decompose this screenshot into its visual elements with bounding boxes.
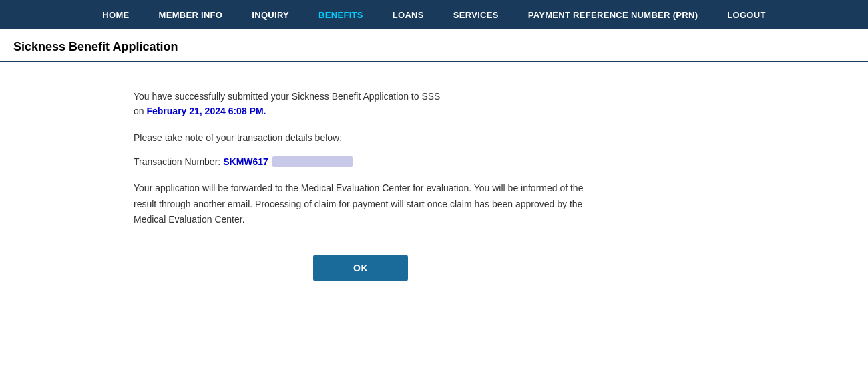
nav-benefits[interactable]: BENEFITS: [304, 0, 378, 29]
nav-logout[interactable]: LOGOUT: [712, 0, 780, 29]
transaction-number: SKMW617: [223, 156, 268, 167]
note-message: Please take note of your transaction det…: [134, 132, 588, 143]
page-title: Sickness Benefit Application: [13, 40, 855, 54]
info-message: Your application will be forwarded to th…: [134, 180, 588, 228]
button-section: OK: [134, 255, 588, 281]
nav-services[interactable]: SERVICES: [439, 0, 513, 29]
main-navigation: HOME MEMBER INFO INQUIRY BENEFITS LOANS …: [0, 0, 868, 29]
page-title-section: Sickness Benefit Application: [0, 29, 868, 62]
nav-prn[interactable]: PAYMENT REFERENCE NUMBER (PRN): [513, 0, 713, 29]
nav-inquiry[interactable]: INQUIRY: [237, 0, 304, 29]
transaction-redacted-portion: [272, 156, 353, 167]
nav-member-info[interactable]: MEMBER INFO: [144, 0, 238, 29]
transaction-label: Transaction Number:: [134, 156, 220, 167]
success-text-line1: You have successfully submitted your Sic…: [134, 91, 440, 102]
success-text-line2: on: [134, 106, 146, 116]
ok-button[interactable]: OK: [313, 255, 408, 281]
nav-home[interactable]: HOME: [87, 0, 144, 29]
success-message: You have successfully submitted your Sic…: [134, 89, 588, 119]
transaction-row: Transaction Number: SKMW617: [134, 156, 588, 167]
nav-loans[interactable]: LOANS: [378, 0, 439, 29]
main-content: You have successfully submitted your Sic…: [0, 62, 601, 301]
submission-date: February 21, 2024 6:08 PM.: [146, 106, 266, 116]
